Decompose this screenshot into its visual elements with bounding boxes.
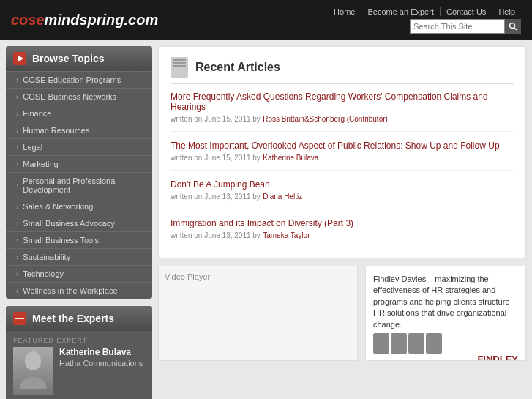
article-item-0: More Frequently Asked Questions Regardin… <box>171 92 514 132</box>
chevron-icon: › <box>16 143 18 152</box>
article-title-0[interactable]: More Frequently Asked Questions Regardin… <box>171 92 514 112</box>
topic-item-3[interactable]: ›Human Resources <box>6 122 152 138</box>
featured-label: FEATURED EXPERT <box>13 337 145 344</box>
topic-label: Finance <box>23 109 51 118</box>
article-author-0[interactable]: Ross Brittain&Schonberg (Contributor) <box>263 115 388 123</box>
article-title-2[interactable]: Don't Be A Jumping Bean <box>171 179 514 190</box>
meet-experts-header: Meet the Experts <box>6 306 152 331</box>
logo-cose: cose <box>11 12 45 28</box>
svg-point-0 <box>510 23 515 28</box>
topic-label: Small Business Advocacy <box>23 219 114 228</box>
sidebar: Browse Topics ›COSE Education Programs ›… <box>6 46 152 399</box>
topic-label: COSE Business Networks <box>23 92 116 101</box>
svg-line-1 <box>514 28 517 30</box>
topic-label: Technology <box>23 269 64 278</box>
logo: cosemindspring.com <box>11 12 158 29</box>
article-title-3[interactable]: Immigration and its Impact on Diversity … <box>171 218 514 228</box>
topic-item-5[interactable]: ›Marketing <box>6 155 152 172</box>
topic-item-2[interactable]: ›Finance <box>6 105 152 122</box>
article-author-2[interactable]: Diana Heltiz <box>263 193 302 201</box>
nav-help[interactable]: Help <box>492 7 521 16</box>
article-item-2: Don't Be A Jumping Bean written on June … <box>171 179 514 209</box>
browse-topics-panel: Browse Topics ›COSE Education Programs ›… <box>6 46 152 299</box>
chevron-icon: › <box>16 160 18 168</box>
nav-contact[interactable]: Contact Us <box>441 7 492 16</box>
svg-point-2 <box>25 351 41 370</box>
expert-avatar <box>13 347 53 395</box>
expert-info: Katherine Bulava Hatha Communications <box>13 347 145 395</box>
expert-company: Hatha Communications <box>59 359 145 368</box>
person-silhouette <box>408 333 424 354</box>
topic-label: Personal and Professional Development <box>23 176 145 194</box>
topic-item-8[interactable]: ›Small Business Advocacy <box>6 215 152 231</box>
article-author-1[interactable]: Katherine Bulava <box>263 154 318 162</box>
article-meta-0: written on June 15, 2011 by <box>171 115 261 123</box>
topic-item-11[interactable]: ›Technology <box>6 265 152 282</box>
document-icon <box>171 57 188 78</box>
search-button[interactable] <box>505 19 521 34</box>
topic-item-12[interactable]: ›Wellness in the Workplace <box>6 282 152 299</box>
expert-content: FEATURED EXPERT Katherine Bulava <box>6 331 152 399</box>
advertisement: Findley Davies – maximizing the effectiv… <box>365 266 526 361</box>
nav-home[interactable]: Home <box>328 7 361 16</box>
topic-label: COSE Education Programs <box>23 75 121 84</box>
avatar-image <box>17 349 50 393</box>
topics-list: ›COSE Education Programs ›COSE Business … <box>6 71 152 299</box>
chevron-icon: › <box>16 220 18 228</box>
chevron-icon: › <box>16 127 18 135</box>
header-right: Home Become an Expert Contact Us Help <box>328 7 521 34</box>
chevron-icon: › <box>16 203 18 211</box>
header: cosemindspring.com Home Become an Expert… <box>0 0 532 40</box>
chevron-icon: › <box>16 76 18 84</box>
topic-item-9[interactable]: ›Small Business Tools <box>6 231 152 248</box>
topic-item-0[interactable]: ›COSE Education Programs <box>6 71 152 88</box>
topic-label: Human Resources <box>23 126 89 135</box>
topic-item-10[interactable]: ›Sustainability <box>6 248 152 265</box>
topic-label: Wellness in the Workplace <box>23 286 117 295</box>
meet-experts-icon <box>13 312 26 325</box>
topic-label: Marketing <box>23 160 58 168</box>
chevron-icon: › <box>16 110 18 118</box>
article-meta-2: written on June 13, 2011 by <box>171 193 261 201</box>
chevron-icon: › <box>16 270 18 278</box>
topic-item-4[interactable]: ›Legal <box>6 138 152 155</box>
topic-item-6[interactable]: ›Personal and Professional Development <box>6 172 152 198</box>
meet-experts-panel: Meet the Experts FEATURED EXPERT <box>6 306 152 399</box>
chevron-icon: › <box>16 236 18 245</box>
ad-people-image <box>373 333 518 354</box>
article-item-1: The Most Important, Overlooked Aspect of… <box>171 141 514 171</box>
article-item-3: Immigration and its Impact on Diversity … <box>171 218 514 247</box>
recent-articles-header: Recent Articles <box>171 57 514 84</box>
video-player[interactable]: Video Player <box>158 266 358 361</box>
topic-item-1[interactable]: ›COSE Business Networks <box>6 88 152 105</box>
video-label: Video Player <box>165 272 210 281</box>
expert-text: Katherine Bulava Hatha Communications <box>59 347 145 395</box>
ad-text: Findley Davies – maximizing the effectiv… <box>373 274 518 330</box>
person-silhouette <box>426 333 442 354</box>
content-area: Recent Articles More Frequently Asked Qu… <box>158 46 526 399</box>
topic-label: Legal <box>23 143 42 152</box>
browse-topics-icon <box>13 52 26 65</box>
article-meta-3: written on June 13, 2011 by <box>171 231 261 239</box>
ad-logo: FINDLEY DAVIES <box>449 354 518 361</box>
chevron-icon: › <box>16 287 18 295</box>
header-nav: Home Become an Expert Contact Us Help <box>328 7 521 16</box>
browse-topics-title: Browse Topics <box>32 53 105 64</box>
article-title-1[interactable]: The Most Important, Overlooked Aspect of… <box>171 141 514 151</box>
article-author-3[interactable]: Tameka Taylor <box>263 231 310 239</box>
chevron-icon: › <box>16 182 18 190</box>
search-icon <box>509 22 517 31</box>
topic-item-7[interactable]: ›Sales & Networking <box>6 198 152 215</box>
recent-articles-title: Recent Articles <box>195 61 280 74</box>
topic-label: Small Business Tools <box>23 236 99 245</box>
nav-become-expert[interactable]: Become an Expert <box>361 7 441 16</box>
chevron-icon: › <box>16 93 18 101</box>
search-input[interactable] <box>410 19 505 34</box>
topic-label: Sustainability <box>23 253 70 261</box>
person-silhouette <box>373 333 389 354</box>
recent-articles-panel: Recent Articles More Frequently Asked Qu… <box>158 46 526 258</box>
topic-label: Sales & Networking <box>23 202 93 211</box>
chevron-icon: › <box>16 253 18 261</box>
bottom-row: Video Player Findley Davies – maximizing… <box>158 266 526 361</box>
expert-photo <box>13 347 53 395</box>
